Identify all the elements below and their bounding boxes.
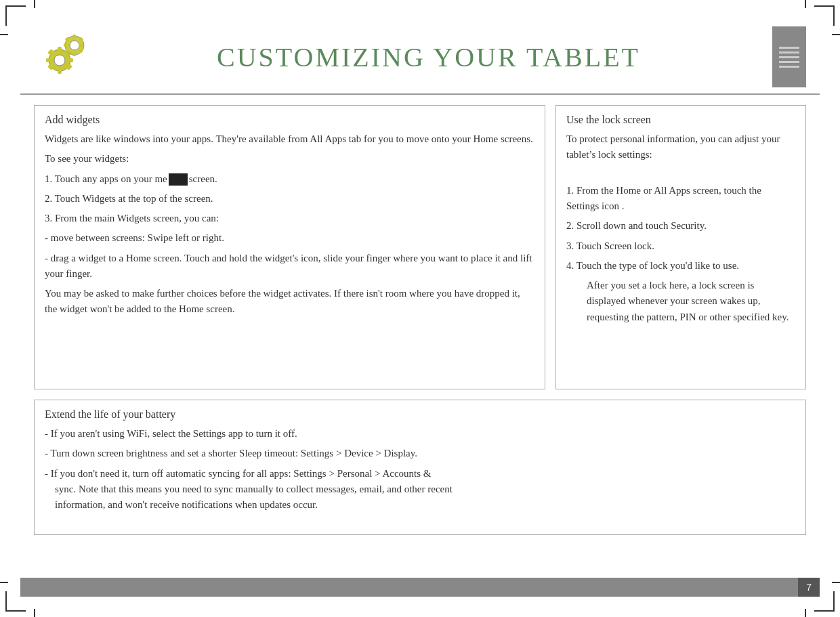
page: CUSTOMIZING YOUR TABLET Add widgets Widg… bbox=[20, 20, 820, 597]
header-sidebar-block bbox=[772, 26, 806, 87]
sidebar-line-4 bbox=[779, 61, 799, 63]
tick-left-bottom bbox=[0, 582, 8, 583]
tick-right-top bbox=[832, 34, 840, 35]
lock-step-3: 3. Touch Screen lock. bbox=[566, 238, 795, 254]
widgets-bullet-1: - move between screens: Swipe left or ri… bbox=[45, 230, 534, 246]
lock-screen-title: Use the lock screen bbox=[566, 114, 795, 126]
battery-section: Extend the life of your battery - If you… bbox=[34, 400, 806, 535]
battery-title: Extend the life of your battery bbox=[45, 408, 795, 421]
svg-rect-14 bbox=[64, 43, 68, 47]
widgets-para-3: You may be asked to make further choices… bbox=[45, 286, 534, 318]
tick-right-bottom bbox=[832, 582, 840, 583]
widgets-step-3: 3. From the main Widgets screen, you can… bbox=[45, 211, 534, 226]
lock-step-2: 2. Scroll down and touch Security. bbox=[566, 218, 795, 234]
page-title: CUSTOMIZING YOUR TABLET bbox=[85, 41, 772, 73]
gear-icon bbox=[34, 32, 85, 83]
lock-screen-section: Use the lock screen To protect personal … bbox=[555, 105, 806, 389]
battery-line-1: - If you aren't using WiFi, select the S… bbox=[45, 426, 795, 442]
sidebar-line-1 bbox=[779, 47, 799, 49]
svg-rect-15 bbox=[79, 43, 83, 47]
top-columns: Add widgets Widgets are like windows int… bbox=[34, 105, 806, 389]
widgets-para-2: To see your widgets: bbox=[45, 151, 534, 167]
svg-rect-12 bbox=[72, 35, 76, 39]
lock-screen-body: To protect personal information, you can… bbox=[566, 131, 795, 325]
sidebar-line-5 bbox=[779, 66, 799, 68]
inline-widget-image bbox=[169, 173, 188, 186]
svg-rect-2 bbox=[58, 47, 62, 52]
lock-step-1: 1. From the Home or All Apps screen, tou… bbox=[566, 183, 795, 215]
svg-point-1 bbox=[54, 55, 65, 66]
svg-rect-4 bbox=[46, 58, 51, 62]
add-widgets-section: Add widgets Widgets are like windows int… bbox=[34, 105, 545, 389]
battery-line-2: - Turn down screen brightness and set a … bbox=[45, 446, 795, 461]
lock-intro: To protect personal information, you can… bbox=[566, 131, 795, 163]
tick-top-right bbox=[805, 0, 806, 8]
sidebar-line-2 bbox=[779, 51, 799, 54]
svg-rect-13 bbox=[72, 52, 76, 56]
svg-rect-5 bbox=[68, 58, 73, 62]
sidebar-line-3 bbox=[779, 56, 799, 58]
page-number: 7 bbox=[798, 578, 820, 597]
add-widgets-title: Add widgets bbox=[45, 114, 534, 126]
main-content: Add widgets Widgets are like windows int… bbox=[20, 95, 820, 545]
lock-step-4: 4. Touch the type of lock you'd like to … bbox=[566, 258, 795, 274]
tick-top-left bbox=[34, 0, 35, 8]
battery-body: - If you aren't using WiFi, select the S… bbox=[45, 426, 795, 513]
widgets-step-1: 1. Touch any apps on your mescreen. bbox=[45, 171, 534, 187]
lock-step-4-detail: After you set a lock here, a lock screen… bbox=[566, 278, 795, 325]
tick-left-top bbox=[0, 34, 8, 35]
tick-bottom-right bbox=[805, 609, 806, 617]
widgets-para-1: Widgets are like windows into your apps.… bbox=[45, 131, 534, 147]
footer: 7 bbox=[20, 578, 820, 597]
tick-bottom-left bbox=[34, 609, 35, 617]
widgets-step-2: 2. Touch Widgets at the top of the scree… bbox=[45, 191, 534, 207]
svg-rect-3 bbox=[58, 68, 62, 74]
add-widgets-body: Widgets are like windows into your apps.… bbox=[45, 131, 534, 318]
header: CUSTOMIZING YOUR TABLET bbox=[20, 20, 820, 95]
battery-line-3: - If you don't need it, turn off automat… bbox=[45, 466, 795, 513]
widgets-bullet-2: - drag a widget to a Home screen. Touch … bbox=[45, 251, 534, 282]
svg-point-11 bbox=[70, 41, 79, 50]
